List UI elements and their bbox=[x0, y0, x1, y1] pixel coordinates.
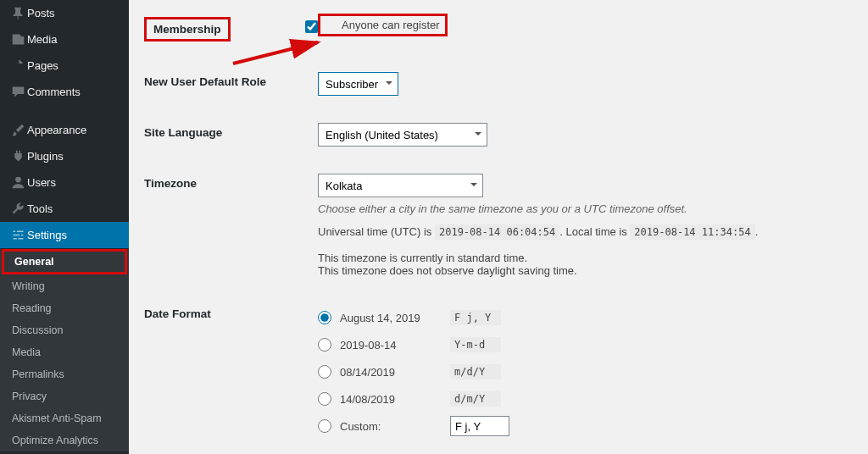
membership-label: Membership bbox=[144, 17, 231, 42]
admin-sidebar: Posts Media Pages Comments Appearance Pl… bbox=[0, 0, 129, 454]
timezone-description: Choose either a city in the same timezon… bbox=[318, 202, 849, 215]
submenu-discussion[interactable]: Discussion bbox=[0, 319, 129, 341]
sidebar-item-label: Users bbox=[27, 176, 56, 189]
sidebar-item-tools[interactable]: Tools bbox=[0, 196, 129, 222]
sliders-icon bbox=[8, 228, 27, 242]
submenu-writing[interactable]: Writing bbox=[0, 275, 129, 297]
sidebar-item-settings[interactable]: Settings bbox=[0, 222, 129, 248]
submenu-media[interactable]: Media bbox=[0, 341, 129, 363]
settings-submenu: General Writing Reading Discussion Media… bbox=[0, 249, 129, 451]
sidebar-item-comments[interactable]: Comments bbox=[0, 79, 129, 105]
date-format-option[interactable]: 08/14/2019m/d/Y bbox=[318, 358, 849, 385]
wrench-icon bbox=[8, 202, 27, 216]
submenu-general[interactable]: General bbox=[2, 249, 127, 274]
membership-checkbox[interactable] bbox=[305, 20, 318, 33]
plugin-icon bbox=[8, 149, 27, 163]
sidebar-item-label: Tools bbox=[27, 202, 53, 215]
sidebar-item-posts[interactable]: Posts bbox=[0, 0, 129, 26]
site-language-label: Site Language bbox=[144, 126, 222, 139]
date-format-custom[interactable]: Custom: bbox=[318, 412, 849, 440]
sidebar-item-pages[interactable]: Pages bbox=[0, 53, 129, 79]
timezone-select[interactable]: Kolkata bbox=[318, 174, 483, 197]
brush-icon bbox=[8, 123, 27, 137]
sidebar-item-plugins[interactable]: Plugins bbox=[0, 143, 129, 169]
page-icon bbox=[8, 58, 27, 73]
sidebar-item-label: Plugins bbox=[27, 150, 64, 163]
sidebar-item-label: Pages bbox=[27, 59, 58, 72]
sidebar-item-label: Posts bbox=[27, 7, 55, 19]
date-format-option[interactable]: 2019-08-14Y-m-d bbox=[318, 331, 849, 358]
submenu-optimize-analytics[interactable]: Optimize Analytics bbox=[0, 429, 129, 451]
submenu-privacy[interactable]: Privacy bbox=[0, 385, 129, 407]
media-icon bbox=[8, 32, 27, 47]
sidebar-item-label: Comments bbox=[27, 86, 81, 98]
sidebar-item-label: Media bbox=[27, 33, 57, 46]
date-format-option[interactable]: 14/08/2019d/m/Y bbox=[318, 385, 849, 412]
submenu-reading[interactable]: Reading bbox=[0, 297, 129, 319]
timezone-dst-info: This timezone does not observe daylight … bbox=[318, 264, 849, 277]
site-language-select[interactable]: English (United States) bbox=[318, 123, 487, 147]
date-format-option[interactable]: August 14, 2019F j, Y bbox=[318, 304, 849, 331]
new-user-role-select[interactable]: Subscriber bbox=[318, 72, 398, 96]
date-format-label: Date Format bbox=[144, 307, 211, 320]
sidebar-item-label: Settings bbox=[27, 229, 67, 241]
comment-icon bbox=[8, 85, 27, 99]
submenu-permalinks[interactable]: Permalinks bbox=[0, 363, 129, 385]
user-icon bbox=[8, 175, 27, 190]
svg-point-0 bbox=[15, 177, 21, 183]
date-format-custom-input[interactable] bbox=[450, 416, 509, 436]
sidebar-item-label: Appearance bbox=[27, 124, 86, 136]
pin-icon bbox=[8, 6, 27, 20]
sidebar-item-appearance[interactable]: Appearance bbox=[0, 117, 129, 143]
sidebar-item-media[interactable]: Media bbox=[0, 26, 129, 53]
sidebar-item-users[interactable]: Users bbox=[0, 169, 129, 196]
submenu-akismet[interactable]: Akismet Anti-Spam bbox=[0, 407, 129, 429]
membership-checkbox-label: Anyone can register bbox=[342, 19, 440, 31]
timezone-standard-info: This timezone is currently in standard t… bbox=[318, 252, 849, 264]
timezone-utc-info: Universal time (UTC) is 2019-08-14 06:04… bbox=[318, 225, 849, 238]
timezone-label: Timezone bbox=[144, 177, 197, 190]
settings-general-form: Membership Anyone can register New User … bbox=[129, 0, 868, 453]
new-user-role-label: New User Default Role bbox=[144, 75, 266, 88]
